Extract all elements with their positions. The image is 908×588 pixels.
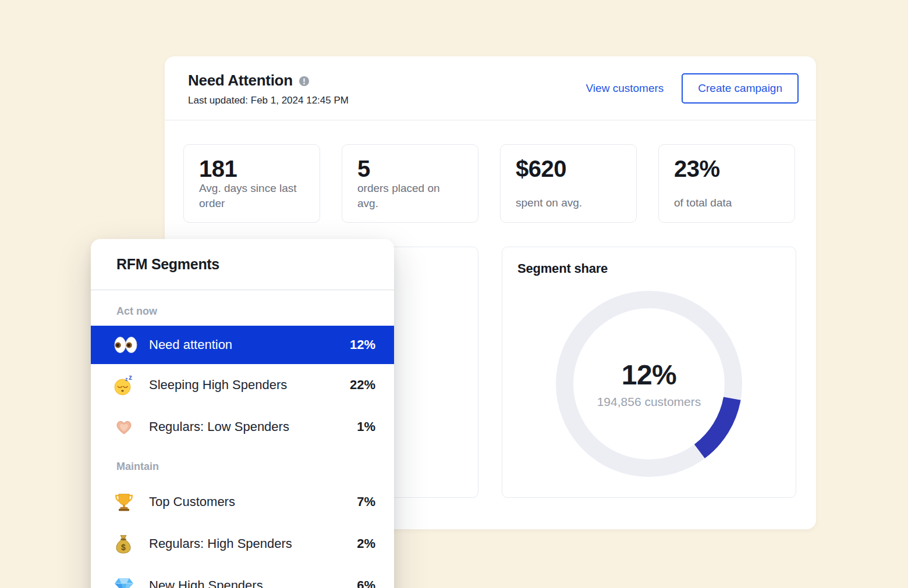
segment-name: Regulars: High Spenders xyxy=(149,536,357,551)
stat-label: orders placed on avg. xyxy=(357,181,463,211)
stat-value: 181 xyxy=(199,156,304,181)
view-customers-link[interactable]: View customers xyxy=(586,82,664,95)
stat-card-avg-spend: $620 spent on avg. xyxy=(500,144,637,223)
stat-label: spent on avg. xyxy=(516,195,621,211)
segment-value: 2% xyxy=(357,536,375,551)
svg-text:z: z xyxy=(129,375,132,382)
donut-center-value: 12% xyxy=(622,359,677,391)
trophy-icon xyxy=(114,492,141,512)
stat-card-days-since-order: 181 Avg. days since last order xyxy=(183,144,320,223)
stat-label: Avg. days since last order xyxy=(199,181,304,211)
donut-center: 12% 194,856 customers xyxy=(556,291,742,477)
segment-row-regulars-low-spenders[interactable]: Regulars: Low Spenders 1% xyxy=(91,406,394,448)
money-bag-icon: $ xyxy=(114,534,141,554)
segment-row-new-high-spenders[interactable]: New High Spenders 6% xyxy=(91,565,394,588)
stat-value: 5 xyxy=(357,156,463,181)
segment-name: Top Customers xyxy=(149,494,357,509)
segment-value: 1% xyxy=(357,419,375,434)
donut-chart: 12% 194,856 customers xyxy=(556,291,742,477)
segment-row-need-attention[interactable]: Need attention 12% xyxy=(91,326,394,364)
segment-value: 22% xyxy=(350,377,375,393)
segment-value: 6% xyxy=(357,578,375,588)
gem-icon xyxy=(114,577,141,588)
segment-name: Sleeping High Spenders xyxy=(149,377,350,393)
segment-name: Regulars: Low Spenders xyxy=(149,419,357,434)
donut-center-sub: 194,856 customers xyxy=(597,395,701,409)
rfm-panel-header: RFM Segments xyxy=(91,239,394,290)
stat-card-orders-placed: 5 orders placed on avg. xyxy=(342,144,478,223)
page-title: Need Attention xyxy=(188,72,293,90)
section-label-act-now: Act now xyxy=(91,305,394,318)
rfm-title: RFM Segments xyxy=(116,256,219,273)
stat-label: of total data xyxy=(674,195,779,211)
rfm-segments-panel: RFM Segments Act now Need attention 12% xyxy=(91,239,394,588)
heart-hands-icon xyxy=(114,418,141,436)
sleeping-face-icon: z z xyxy=(114,375,141,395)
segment-name: New High Spenders xyxy=(149,578,357,588)
svg-text:$: $ xyxy=(121,543,126,552)
stat-value: $620 xyxy=(516,156,621,181)
segment-name: Need attention xyxy=(149,337,350,352)
viewport: Need Attention Last updated: Feb 1, 2024… xyxy=(0,0,908,588)
stats-row: 181 Avg. days since last order 5 orders … xyxy=(183,144,795,223)
svg-text:z: z xyxy=(125,376,128,382)
segment-value: 7% xyxy=(357,494,375,509)
card-header: Need Attention Last updated: Feb 1, 2024… xyxy=(165,56,816,120)
segment-value: 12% xyxy=(350,337,375,352)
stat-card-total-data: 23% of total data xyxy=(658,144,795,223)
segment-row-regulars-high-spenders[interactable]: $ Regulars: High Spenders 2% xyxy=(91,523,394,565)
stat-value: 23% xyxy=(674,156,779,181)
eyes-icon xyxy=(114,336,141,354)
segment-share-title: Segment share xyxy=(517,261,781,276)
section-label-maintain: Maintain xyxy=(91,461,394,473)
segment-share-card: Segment share 12% 194,856 customers xyxy=(502,247,796,498)
create-campaign-button[interactable]: Create campaign xyxy=(682,73,799,104)
segment-row-top-customers[interactable]: Top Customers 7% xyxy=(91,481,394,523)
info-icon[interactable] xyxy=(299,76,310,87)
segment-row-sleeping-high-spenders[interactable]: z z Sleeping High Spenders 22% xyxy=(91,364,394,406)
